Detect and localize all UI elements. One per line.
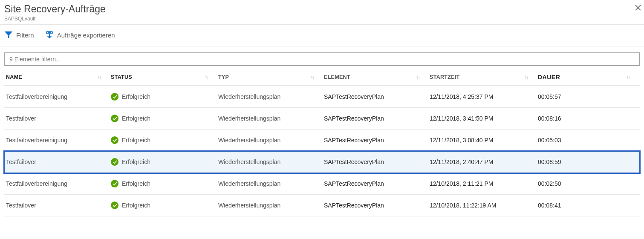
cell-start: 12/11/2018, 4:25:37 PM <box>430 93 538 100</box>
cell-typ: Wiederherstellungsplan <box>218 158 324 165</box>
sort-icon: ↑↓ <box>310 75 314 80</box>
table-row[interactable]: Testfailover Erfolgreich Wiederherstellu… <box>4 151 640 173</box>
success-icon <box>111 202 118 209</box>
cell-typ: Wiederherstellungsplan <box>218 202 324 209</box>
sort-icon: ↑↓ <box>524 75 528 80</box>
cell-name: Testfailover <box>4 202 111 209</box>
cell-dauer: 00:08:16 <box>538 115 640 122</box>
column-label-start: STARTZEIT <box>430 74 460 80</box>
cell-typ: Wiederherstellungsplan <box>218 180 324 187</box>
cell-dauer: 00:05:03 <box>538 137 640 144</box>
column-label-typ: TYP <box>218 74 229 80</box>
export-jobs-button[interactable]: Aufträge exportieren <box>45 31 115 39</box>
cell-typ: Wiederherstellungsplan <box>218 93 324 100</box>
column-header-name[interactable]: NAME ↑↓ <box>4 74 111 81</box>
cell-start: 12/11/2018, 2:40:47 PM <box>430 158 538 165</box>
cell-status: Erfolgreich <box>111 115 218 122</box>
cell-typ: Wiederherstellungsplan <box>218 137 324 144</box>
cell-element: SAPTestRecoveryPlan <box>324 180 430 187</box>
cell-name: Testfailover <box>4 158 111 165</box>
cell-dauer: 00:02:50 <box>538 180 640 187</box>
cell-name: Testfailoverbereinigung <box>4 137 111 144</box>
filter-icon <box>4 31 13 39</box>
success-icon <box>111 115 118 122</box>
cell-element: SAPTestRecoveryPlan <box>324 137 430 144</box>
close-icon[interactable] <box>635 3 641 13</box>
cell-start: 12/10/2018, 2:11:21 PM <box>430 180 538 187</box>
cell-dauer: 00:05:57 <box>538 93 640 100</box>
column-header-dauer[interactable]: DAUER ↑↓ <box>538 74 640 81</box>
column-label-element: ELEMENT <box>324 74 350 80</box>
table-body: Testfailoverbereinigung Erfolgreich Wied… <box>4 86 640 216</box>
column-label-name: NAME <box>6 74 22 80</box>
cell-status: Erfolgreich <box>111 202 218 209</box>
filter-bar <box>0 46 644 68</box>
table-row[interactable]: Testfailover Erfolgreich Wiederherstellu… <box>4 195 640 216</box>
cell-element: SAPTestRecoveryPlan <box>324 158 430 165</box>
column-label-dauer: DAUER <box>538 74 560 81</box>
status-text: Erfolgreich <box>122 137 150 144</box>
column-header-element[interactable]: ELEMENT ↑↓ <box>324 74 430 81</box>
status-text: Erfolgreich <box>122 115 150 122</box>
success-icon <box>111 158 118 166</box>
cell-status: Erfolgreich <box>111 136 218 144</box>
status-text: Erfolgreich <box>122 202 150 209</box>
cell-element: SAPTestRecoveryPlan <box>324 93 430 100</box>
cell-status: Erfolgreich <box>111 158 218 166</box>
table-row[interactable]: Testfailover Erfolgreich Wiederherstellu… <box>4 108 640 130</box>
table-row[interactable]: Testfailoverbereinigung Erfolgreich Wied… <box>4 130 640 151</box>
status-text: Erfolgreich <box>122 158 150 165</box>
cell-start: 12/11/2018, 3:08:40 PM <box>430 137 538 144</box>
page-header: Site Recovery-Aufträge SAPSQLvault <box>0 0 644 25</box>
cell-name: Testfailoverbereinigung <box>4 180 111 187</box>
page-title: Site Recovery-Aufträge <box>4 3 640 15</box>
toolbar: Filtern Aufträge exportieren <box>0 25 644 46</box>
cell-dauer: 00:08:41 <box>538 202 640 209</box>
filter-input[interactable] <box>4 52 640 66</box>
sort-icon: ↑↓ <box>416 75 419 80</box>
cell-status: Erfolgreich <box>111 180 218 187</box>
sort-icon: ↑↓ <box>626 75 630 80</box>
status-text: Erfolgreich <box>122 93 150 100</box>
filter-button[interactable]: Filtern <box>4 31 34 39</box>
sort-icon: ↑↓ <box>205 75 208 80</box>
cell-typ: Wiederherstellungsplan <box>218 115 324 122</box>
column-label-status: STATUS <box>111 74 132 80</box>
jobs-table: NAME ↑↓ STATUS ↑↓ TYP ↑↓ ELEMENT ↑↓ STAR… <box>0 68 644 216</box>
export-icon <box>45 31 54 39</box>
success-icon <box>111 180 118 187</box>
cell-start: 12/10/2018, 11:22:19 AM <box>430 202 538 209</box>
cell-start: 12/11/2018, 3:41:50 PM <box>430 115 538 122</box>
success-icon <box>111 136 118 144</box>
column-header-status[interactable]: STATUS ↑↓ <box>111 74 218 81</box>
cell-dauer: 00:08:59 <box>538 158 640 165</box>
table-header-row: NAME ↑↓ STATUS ↑↓ TYP ↑↓ ELEMENT ↑↓ STAR… <box>4 68 640 86</box>
success-icon <box>111 93 118 101</box>
sort-icon: ↑↓ <box>97 75 101 80</box>
cell-element: SAPTestRecoveryPlan <box>324 202 430 209</box>
cell-element: SAPTestRecoveryPlan <box>324 115 430 122</box>
filter-label: Filtern <box>16 32 34 39</box>
export-label: Aufträge exportieren <box>57 32 115 39</box>
page-subtitle: SAPSQLvault <box>4 16 640 22</box>
column-header-start[interactable]: STARTZEIT ↑↓ <box>430 74 538 81</box>
column-header-typ[interactable]: TYP ↑↓ <box>218 74 324 81</box>
cell-status: Erfolgreich <box>111 93 218 101</box>
table-row[interactable]: Testfailoverbereinigung Erfolgreich Wied… <box>4 173 640 195</box>
status-text: Erfolgreich <box>122 180 150 187</box>
cell-name: Testfailoverbereinigung <box>4 93 111 100</box>
table-row[interactable]: Testfailoverbereinigung Erfolgreich Wied… <box>4 86 640 108</box>
cell-name: Testfailover <box>4 115 111 122</box>
